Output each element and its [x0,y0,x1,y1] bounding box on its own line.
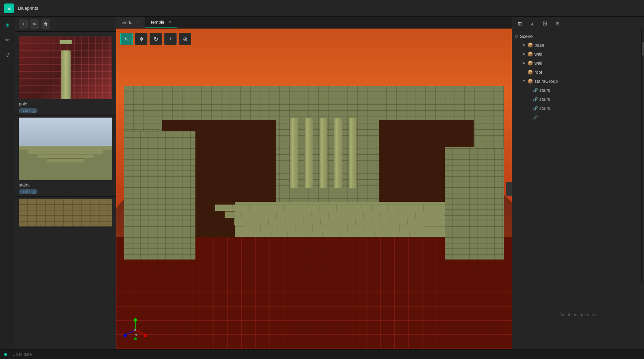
label-roof: roof [534,70,631,75]
icon-stairs2: 🔗 [533,97,538,102]
step-4 [243,225,424,232]
tree-item-roof[interactable]: ▶ 📦 roof 👁 ··· [512,67,644,77]
more-base[interactable]: ··· [638,43,641,47]
visibility-wall2[interactable]: 👁 [633,61,637,65]
tree-item-stairs3[interactable]: ▶ 🔗 stairs 👁 ··· [512,104,644,113]
tree-item-base[interactable]: ▶ 📦 base 👁 ··· [512,40,644,49]
label-base: base [534,42,631,48]
tab-temple[interactable]: temple ✕ [145,17,177,28]
delete-blueprint-button[interactable]: 🗑 [41,19,50,29]
blueprint-thumbnail-stairs [19,118,112,180]
more-stairs2[interactable]: ··· [638,97,641,101]
blueprint-toolbar: + ✏ 🗑 [15,17,116,32]
scene-column-5 [349,118,356,188]
terrain-tab-button[interactable]: ▲ [528,19,537,29]
add-blueprint-button[interactable]: + [19,19,28,29]
visibility-wall1[interactable]: 👁 [633,52,637,56]
scene-status-dot [515,35,518,38]
blueprint-label-pole: pole [19,101,112,106]
blueprint-item-stairs[interactable]: stairs building [15,115,116,196]
edit-blueprint-button[interactable]: ✏ [30,19,39,29]
add-tool-button[interactable]: + [164,33,177,45]
more-roof[interactable]: ··· [638,70,641,74]
icon-wall1: 📦 [528,51,533,57]
svg-point-3 [144,334,147,337]
icon-base: 📦 [528,42,533,48]
visibility-roof[interactable]: 👁 [633,70,637,74]
arrow-base[interactable]: ▶ [522,43,526,47]
scene-column-3 [320,118,327,188]
tab-temple-label: temple [151,19,164,25]
sidebar-item-blueprints[interactable]: ⊞ [3,19,13,29]
blueprint-tag-pole[interactable]: building [19,108,38,113]
more-wall2[interactable]: ··· [638,61,641,65]
more-stairs3[interactable]: ··· [638,106,641,110]
axis-gizmo [123,318,147,342]
viewport-container[interactable]: ↖ ✥ ↻ + ⊕ [116,29,512,349]
svg-point-7 [135,334,137,336]
scene-columns [290,118,356,188]
svg-point-8 [134,337,137,340]
snap-tool-button[interactable]: ⊕ [179,33,191,45]
scrollbar-track[interactable] [641,28,644,282]
label-stairs3: stairs [539,106,631,111]
tree-item-partial[interactable]: ▶ 🔗 [512,113,644,122]
more-stairs1[interactable]: ··· [638,88,641,92]
step-3 [234,218,434,225]
image-tab-button[interactable]: 🖼 [540,19,550,29]
svg-point-1 [134,318,137,322]
scrollbar-thumb[interactable] [642,42,644,56]
tree-item-wall2[interactable]: ▶ 📦 wall 👁 ··· [512,58,644,67]
icon-stairs3: 🔗 [533,106,538,111]
tree-item-stairs2[interactable]: ▶ 🔗 stairs 👁 ··· [512,95,644,104]
rotate-tool-button[interactable]: ↻ [150,33,162,45]
status-indicator [4,353,7,356]
tab-world[interactable]: world ✕ [116,17,145,28]
blueprint-item-pole[interactable]: pole building [15,34,116,115]
svg-line-4 [126,330,135,335]
properties-panel: No object selected [512,280,644,349]
icon-stairs1: 🔗 [533,88,538,93]
collapse-panel-button[interactable]: › [506,182,512,196]
arrow-wall2[interactable]: ▶ [522,61,526,65]
sidebar-item-paint[interactable]: ✏ [3,35,13,45]
arrow-stairsgroup[interactable]: ▼ [522,79,526,83]
blueprint-panel: + ✏ 🗑 pole building [15,17,116,349]
scene-tree: Scene ··· ▶ 📦 base 👁 ··· ▶ 📦 wall [512,31,644,280]
scene-side-wall-right [445,147,504,260]
scene-column-2 [305,118,313,188]
blueprint-tag-stairs[interactable]: building [19,189,38,194]
settings-tab-button[interactable]: ⚙ [553,19,562,29]
hierarchy-tab-button[interactable]: ⊞ [515,19,525,29]
status-bar: Up to date [0,349,644,359]
scene-menu-button[interactable]: ··· [637,34,641,39]
blueprint-list: pole building stairs building [15,32,116,349]
visibility-base[interactable]: 👁 [633,43,637,47]
label-stairs2: stairs [539,97,631,102]
tab-temple-close[interactable]: ✕ [169,20,171,24]
scene-title: Scene [520,34,635,39]
more-wall1[interactable]: ··· [638,52,641,56]
blueprint-thumbnail-pole [19,37,112,99]
tree-item-stairs1[interactable]: ▶ 🔗 stairs 👁 ··· [512,86,644,95]
tab-world-close[interactable]: ✕ [137,21,139,24]
more-stairsgroup[interactable]: ··· [638,79,641,83]
tree-item-stairsgroup[interactable]: ▼ 📦 stairsGroup ··· [512,77,644,86]
select-tool-button[interactable]: ↖ [120,33,133,45]
blueprint-label-stairs: stairs [19,182,112,188]
blueprint-item-wall[interactable] [15,197,116,231]
left-sidebar-icons: ⊞ ✏ ↺ [0,17,15,349]
move-tool-button[interactable]: ✥ [135,33,147,45]
label-wall2: wall [534,61,631,66]
visibility-stairs1[interactable]: 👁 [633,88,637,92]
icon-roof: 📦 [528,70,533,75]
tree-item-wall1[interactable]: ▶ 📦 wall 👁 ··· [512,49,644,58]
sidebar-item-history[interactable]: ↺ [3,50,13,60]
main-layout: ⊞ ✏ ↺ + ✏ 🗑 pole building [0,17,644,349]
visibility-stairs2[interactable]: 👁 [633,97,637,101]
icon-partial: 🔗 [533,115,538,120]
svg-point-5 [123,334,127,337]
tab-world-label: world [122,20,132,25]
visibility-stairs3[interactable]: 👁 [633,106,637,110]
arrow-wall1[interactable]: ▶ [522,52,526,56]
